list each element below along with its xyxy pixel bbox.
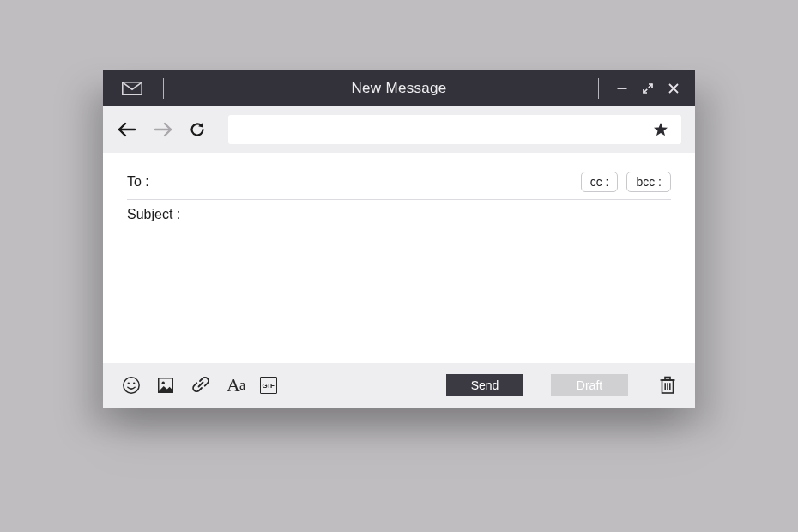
compose-footer: Aa GIF Send Draft <box>103 363 695 408</box>
navigation-bar <box>103 106 695 153</box>
address-input[interactable] <box>242 115 652 144</box>
maximize-button[interactable] <box>642 82 654 94</box>
subject-input[interactable] <box>185 207 671 222</box>
emoji-icon[interactable] <box>122 376 141 395</box>
svg-point-9 <box>124 378 139 393</box>
delete-button[interactable] <box>659 376 676 395</box>
text-format-icon[interactable]: Aa <box>227 374 245 396</box>
close-button[interactable] <box>668 82 680 94</box>
gif-icon[interactable]: GIF <box>260 377 277 394</box>
titlebar: New Message <box>103 70 695 106</box>
forward-button[interactable] <box>153 121 173 138</box>
cc-button[interactable]: cc : <box>581 172 619 192</box>
to-label: To : <box>127 174 149 190</box>
minimize-button[interactable] <box>616 82 628 94</box>
draft-button[interactable]: Draft <box>551 374 628 396</box>
address-bar[interactable] <box>228 115 681 144</box>
svg-point-13 <box>162 382 165 384</box>
svg-rect-16 <box>665 378 670 380</box>
reload-button[interactable] <box>189 121 206 138</box>
to-input[interactable] <box>154 174 581 190</box>
compose-body: To : cc : bcc : Subject : <box>103 153 695 363</box>
subject-row: Subject : <box>127 200 671 229</box>
bookmark-star-icon[interactable] <box>652 121 669 138</box>
to-row: To : cc : bcc : <box>127 165 671 200</box>
svg-point-10 <box>128 383 130 384</box>
trash-icon <box>659 376 676 395</box>
message-body-input[interactable] <box>127 229 671 356</box>
bcc-button[interactable]: bcc : <box>626 172 671 192</box>
svg-point-11 <box>133 383 135 384</box>
compose-window: New Message <box>103 70 695 408</box>
subject-label: Subject : <box>127 207 180 222</box>
link-icon[interactable] <box>190 376 211 395</box>
image-icon[interactable] <box>156 376 175 395</box>
send-button[interactable]: Send <box>446 374 523 396</box>
back-button[interactable] <box>117 121 137 138</box>
mail-icon <box>122 82 142 95</box>
